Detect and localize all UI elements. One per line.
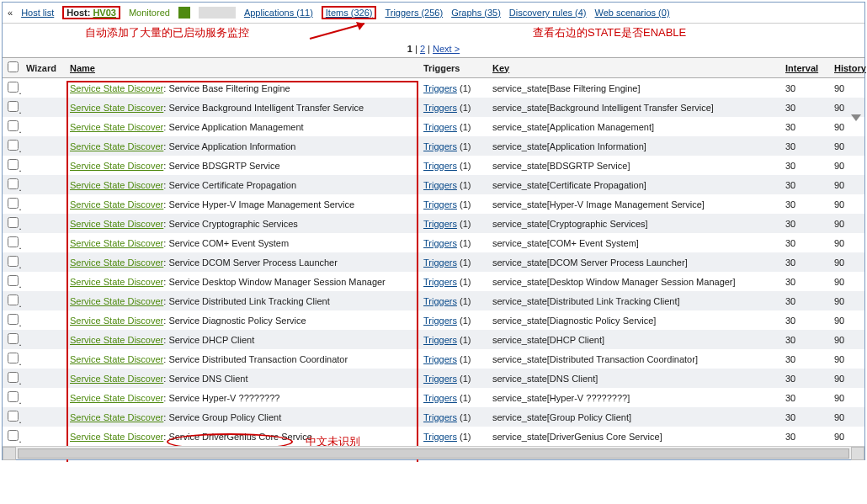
table-row: Service State Discover: Service Hyper-V … [3,194,864,214]
host-list-link[interactable]: Host list [21,8,54,18]
discover-link[interactable]: Service State Discover [70,161,163,171]
name-header[interactable]: Name [70,63,95,73]
table-row: Service State Discover: Service DriverGe… [3,427,864,446]
triggers-row-link[interactable]: Triggers [423,199,457,210]
discover-link[interactable]: Service State Discover [70,354,163,364]
triggers-row-link[interactable]: Triggers [423,316,457,326]
row-checkbox[interactable] [8,275,19,286]
name-cell: Service State Discover: Service Backgrou… [65,98,418,117]
discover-link[interactable]: Service State Discover [70,412,163,422]
triggers-row-link[interactable]: Triggers [423,335,457,345]
discover-link[interactable]: Service State Discover [70,257,163,268]
row-checkbox[interactable] [8,333,19,344]
applications-link[interactable]: Applications (11) [244,8,313,18]
view-icons[interactable] [199,7,236,19]
history-cell: 90 [829,407,864,427]
discover-link[interactable]: Service State Discover [70,277,163,287]
row-checkbox[interactable] [8,430,19,441]
interval-header[interactable]: Interval [785,63,818,73]
row-checkbox[interactable] [8,140,19,151]
row-checkbox[interactable] [8,101,19,112]
discover-link[interactable]: Service State Discover [70,219,163,229]
name-cell: Service State Discover: Service DHCP Cli… [65,330,418,349]
discover-link[interactable]: Service State Discover [70,432,163,442]
triggers-row-link[interactable]: Triggers [423,257,457,268]
discover-link[interactable]: Service State Discover [70,374,163,384]
graphs-link[interactable]: Graphs (35) [451,8,501,18]
interval-cell: 30 [780,78,829,98]
triggers-row-link[interactable]: Triggers [423,354,457,364]
history-header[interactable]: History [834,63,866,73]
triggers-row-link[interactable]: Triggers [423,432,457,442]
interval-cell: 30 [780,310,829,330]
discover-link[interactable]: Service State Discover [70,141,163,151]
z-icon[interactable] [178,7,190,19]
table-row: Service State Discover: Service Diagnost… [3,310,864,330]
triggers-row-link[interactable]: Triggers [423,83,457,93]
discover-link[interactable]: Service State Discover [70,393,163,403]
triggers-row-link[interactable]: Triggers [423,180,457,190]
triggers-row-link[interactable]: Triggers [423,161,457,171]
page-2-link[interactable]: 2 [420,44,425,54]
triggers-row-link[interactable]: Triggers [423,238,457,248]
select-all-checkbox[interactable] [8,61,19,72]
interval-cell: 30 [780,388,829,407]
next-link[interactable]: Next > [433,44,460,54]
key-cell: service_state[Group Policy Client] [487,407,780,427]
triggers-row-link[interactable]: Triggers [423,296,457,306]
table-row: Service State Discover: Service Group Po… [3,407,864,427]
interval-cell: 30 [780,427,829,446]
wizard-cell [21,291,65,310]
key-cell: service_state[Distributed Transaction Co… [487,349,780,369]
row-checkbox[interactable] [8,120,19,131]
table-row: Service State Discover: Service Distribu… [3,291,864,310]
discover-link[interactable]: Service State Discover [70,103,163,113]
row-checkbox[interactable] [8,314,19,325]
discover-link[interactable]: Service State Discover [70,122,163,132]
triggers-row-link[interactable]: Triggers [423,141,457,151]
history-cell: 90 [829,427,864,446]
triggers-row-link[interactable]: Triggers [423,393,457,403]
discover-link[interactable]: Service State Discover [70,296,163,306]
triggers-row-link[interactable]: Triggers [423,412,457,422]
row-checkbox[interactable] [8,372,19,383]
discover-link[interactable]: Service State Discover [70,238,163,248]
name-cell: Service State Discover: Service COM+ Eve… [65,233,418,252]
wizard-cell [21,310,65,330]
row-checkbox[interactable] [8,198,19,209]
row-checkbox[interactable] [8,178,19,189]
triggers-row-link[interactable]: Triggers [423,103,457,113]
wizard-header: Wizard [21,58,65,78]
discover-link[interactable]: Service State Discover [70,180,163,190]
horizontal-scrollbar[interactable] [3,446,864,459]
row-checkbox[interactable] [8,256,19,267]
items-link[interactable]: Items (326) [326,8,373,18]
row-checkbox[interactable] [8,411,19,422]
host-box: Host: HV03 [62,6,120,19]
row-checkbox[interactable] [8,391,19,402]
discover-link[interactable]: Service State Discover [70,335,163,345]
host-link[interactable]: HV03 [93,8,116,18]
triggers-link[interactable]: Triggers (256) [385,8,443,18]
history-cell: 90 [829,214,864,233]
discover-link[interactable]: Service State Discover [70,83,163,93]
triggers-cell: Triggers (1) [418,272,487,291]
web-scenarios-link[interactable]: Web scenarios (0) [595,8,670,18]
triggers-row-link[interactable]: Triggers [423,122,457,132]
row-checkbox[interactable] [8,82,19,93]
key-header[interactable]: Key [492,63,509,73]
triggers-row-link[interactable]: Triggers [423,374,457,384]
row-checkbox[interactable] [8,217,19,228]
arrow-icon [306,20,381,42]
discover-link[interactable]: Service State Discover [70,316,163,326]
discovery-link[interactable]: Discovery rules (4) [509,8,587,18]
triggers-row-link[interactable]: Triggers [423,277,457,287]
wizard-cell [21,330,65,349]
row-checkbox[interactable] [8,294,19,305]
discover-link[interactable]: Service State Discover [70,199,163,210]
table-row: Service State Discover: Service DHCP Cli… [3,330,864,349]
triggers-row-link[interactable]: Triggers [423,219,457,229]
row-checkbox[interactable] [8,159,19,170]
row-checkbox[interactable] [8,353,19,363]
row-checkbox[interactable] [8,236,19,247]
